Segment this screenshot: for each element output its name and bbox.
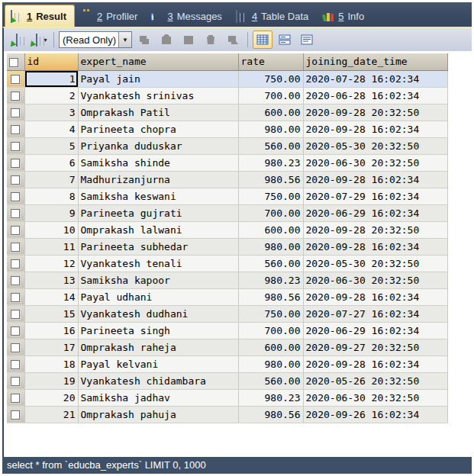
cell-expert-name[interactable]: Vyankatesh chidambara xyxy=(78,372,238,389)
cell-expert-name[interactable]: Parineeta subhedar xyxy=(78,238,238,255)
cell-expert-name[interactable]: Payal kelvani xyxy=(78,355,238,372)
delete-row-button[interactable] xyxy=(201,31,221,49)
cell-id[interactable]: 15 xyxy=(24,305,78,322)
row-select-cell[interactable] xyxy=(7,87,24,104)
cell-rate[interactable]: 600.00 xyxy=(238,339,303,355)
cell-expert-name[interactable]: Samiksha kapoor xyxy=(78,272,238,288)
row-select-cell[interactable] xyxy=(7,406,24,423)
row-checkbox[interactable] xyxy=(11,192,20,201)
row-checkbox[interactable] xyxy=(11,343,20,352)
cell-rate[interactable]: 600.00 xyxy=(238,221,303,238)
tab-messages[interactable]: i 3 Messages xyxy=(146,6,229,27)
row-select-cell[interactable] xyxy=(7,188,24,204)
table-row[interactable]: 1 Payal jain 750.00 2020-07-28 16:02:34 xyxy=(7,70,447,87)
cell-joining-date-time[interactable]: 2020-05-30 20:32:50 xyxy=(303,255,447,272)
table-row[interactable]: 7 Madhurizanjurna 980.56 2020-09-28 16:0… xyxy=(7,171,447,188)
tab-table-data[interactable]: 4 Table Data xyxy=(231,6,316,27)
cell-joining-date-time[interactable]: 2020-09-28 16:02:34 xyxy=(303,288,447,305)
row-checkbox[interactable] xyxy=(11,108,20,117)
row-select-cell[interactable] xyxy=(7,238,24,255)
cell-expert-name[interactable]: Vyankatesh srinivas xyxy=(78,87,238,104)
row-select-cell[interactable] xyxy=(7,70,24,87)
cell-id[interactable]: 6 xyxy=(24,154,78,171)
cell-joining-date-time[interactable]: 2020-09-28 16:02:34 xyxy=(303,121,447,137)
row-checkbox[interactable] xyxy=(11,243,20,252)
table-row[interactable]: 4 Parineeta chopra 980.00 2020-09-28 16:… xyxy=(7,121,447,137)
tab-info[interactable]: 5 Info xyxy=(317,6,372,27)
cell-id[interactable]: 1 xyxy=(24,70,78,87)
row-select-cell[interactable] xyxy=(7,221,24,238)
cell-id[interactable]: 5 xyxy=(24,137,78,154)
cell-expert-name[interactable]: Samiksha keswani xyxy=(78,188,238,204)
row-checkbox[interactable] xyxy=(11,125,20,134)
cell-joining-date-time[interactable]: 2020-09-28 16:02:34 xyxy=(303,171,447,188)
cell-rate[interactable]: 750.00 xyxy=(238,305,303,322)
cell-expert-name[interactable]: Omprakash raheja xyxy=(78,339,238,355)
select-all-cell[interactable] xyxy=(7,53,24,70)
select-all-checkbox[interactable] xyxy=(9,58,18,67)
cell-id[interactable]: 11 xyxy=(24,238,78,255)
column-header-rate[interactable]: rate xyxy=(238,53,303,70)
apply-changes-button[interactable] xyxy=(134,31,154,49)
paste-button[interactable] xyxy=(156,31,176,49)
table-row[interactable]: 15 Vyankatesh dudhani 750.00 2020-07-27 … xyxy=(7,305,447,322)
table-row[interactable]: 13 Samiksha kapoor 980.23 2020-06-30 20:… xyxy=(7,272,447,288)
insert-grid-button[interactable] xyxy=(7,31,27,49)
read-only-select[interactable]: (Read Only) ▼ xyxy=(59,31,132,48)
table-row[interactable]: 12 Vyankatesh tenali 560.00 2020-05-30 2… xyxy=(7,255,447,272)
row-select-cell[interactable] xyxy=(7,372,24,389)
cell-id[interactable]: 19 xyxy=(24,372,78,389)
cell-joining-date-time[interactable]: 2020-06-29 16:02:34 xyxy=(303,322,447,339)
row-select-cell[interactable] xyxy=(7,389,24,406)
table-row[interactable]: 10 Omprakash lalwani 600.00 2020-09-28 2… xyxy=(7,221,447,238)
cell-expert-name[interactable]: Parineeta singh xyxy=(78,322,238,339)
cell-id[interactable]: 13 xyxy=(24,272,78,288)
grid-view-button[interactable] xyxy=(253,31,272,49)
cell-expert-name[interactable]: Vyankatesh dudhani xyxy=(78,305,238,322)
cell-joining-date-time[interactable]: 2020-06-29 16:02:34 xyxy=(303,204,447,221)
cell-id[interactable]: 3 xyxy=(24,104,78,121)
cell-joining-date-time[interactable]: 2020-09-28 16:02:34 xyxy=(303,238,447,255)
cell-joining-date-time[interactable]: 2020-09-28 16:02:34 xyxy=(303,355,447,372)
cell-rate[interactable]: 980.56 xyxy=(238,171,303,188)
row-select-cell[interactable] xyxy=(7,154,24,171)
tab-result[interactable]: 1 Result xyxy=(5,5,75,27)
row-checkbox[interactable] xyxy=(11,276,20,285)
table-row[interactable]: 9 Parineeta gujrati 700.00 2020-06-29 16… xyxy=(7,204,447,221)
row-checkbox[interactable] xyxy=(11,209,20,218)
table-row[interactable]: 17 Omprakash raheja 600.00 2020-09-27 20… xyxy=(7,339,447,355)
cell-expert-name[interactable]: Omprakash lalwani xyxy=(78,221,238,238)
row-select-cell[interactable] xyxy=(7,355,24,372)
cell-joining-date-time[interactable]: 2020-07-27 16:02:34 xyxy=(303,305,447,322)
row-select-cell[interactable] xyxy=(7,305,24,322)
grid-options-button[interactable]: ▾ xyxy=(29,31,49,49)
cell-rate[interactable]: 560.00 xyxy=(238,372,303,389)
cell-id[interactable]: 9 xyxy=(24,204,78,221)
row-select-cell[interactable] xyxy=(7,288,24,305)
cell-expert-name[interactable]: Samiksha shinde xyxy=(78,154,238,171)
row-checkbox[interactable] xyxy=(11,142,20,151)
row-checkbox[interactable] xyxy=(11,259,20,269)
row-select-cell[interactable] xyxy=(7,339,24,355)
cell-expert-name[interactable]: Payal jain xyxy=(78,70,238,87)
cell-joining-date-time[interactable]: 2020-06-30 20:32:50 xyxy=(303,154,447,171)
cell-rate[interactable]: 750.00 xyxy=(238,70,303,87)
cell-joining-date-time[interactable]: 2020-06-30 20:32:50 xyxy=(303,389,447,406)
cell-rate[interactable]: 980.56 xyxy=(238,288,303,305)
table-row[interactable]: 2 Vyankatesh srinivas 700.00 2020-06-28 … xyxy=(7,87,447,104)
row-select-cell[interactable] xyxy=(7,121,24,137)
column-header-joining-date-time[interactable]: joining_date_time xyxy=(303,53,447,70)
row-select-cell[interactable] xyxy=(7,137,24,154)
cell-expert-name[interactable]: Parineeta gujrati xyxy=(78,204,238,221)
cell-joining-date-time[interactable]: 2020-06-30 20:32:50 xyxy=(303,272,447,288)
cell-id[interactable]: 8 xyxy=(24,188,78,204)
cell-rate[interactable]: 700.00 xyxy=(238,87,303,104)
combo-dropdown-icon[interactable]: ▼ xyxy=(118,32,131,47)
row-checkbox[interactable] xyxy=(11,394,20,403)
cell-joining-date-time[interactable]: 2020-05-26 20:32:50 xyxy=(303,372,447,389)
row-checkbox[interactable] xyxy=(11,293,20,302)
cell-joining-date-time[interactable]: 2020-09-27 20:32:50 xyxy=(303,339,447,355)
cell-rate[interactable]: 980.00 xyxy=(238,238,303,255)
cell-rate[interactable]: 700.00 xyxy=(238,322,303,339)
cell-rate[interactable]: 980.00 xyxy=(238,355,303,372)
